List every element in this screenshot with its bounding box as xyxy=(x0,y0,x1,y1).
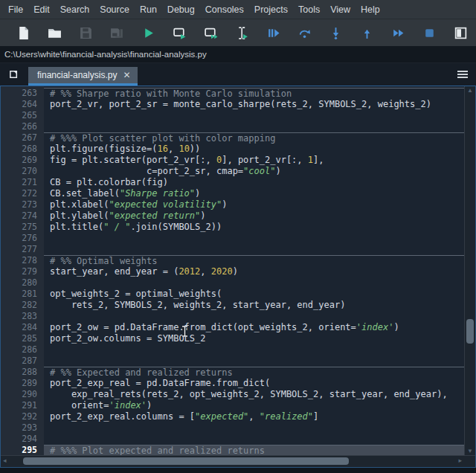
code-line-281[interactable]: opt_weights_2 = optimal_weights( xyxy=(44,289,464,300)
code-line-264[interactable]: port_2_vr, port_2_sr = monte_carlo_sharp… xyxy=(44,99,464,110)
code-line-294[interactable] xyxy=(44,434,464,445)
code-line-268[interactable]: plt.figure(figsize=(16, 10)) xyxy=(44,144,464,155)
code-string: "expected" xyxy=(195,411,248,422)
code-line-288[interactable]: # %% Expected and realized returns xyxy=(44,367,464,378)
line-number: 274 xyxy=(1,210,44,222)
code-text: port_2_ow.columns = SYMBOLS_2 xyxy=(50,333,206,344)
step-return-button[interactable] xyxy=(351,22,382,44)
menu-item-view[interactable]: View xyxy=(325,1,356,18)
code-line-287[interactable] xyxy=(44,355,464,367)
code-line-295[interactable]: # %%% Plot expected and realized returns xyxy=(44,445,464,455)
code-line-293[interactable] xyxy=(44,422,464,434)
code-string: 'index' xyxy=(109,400,147,411)
menu-item-consoles[interactable]: Consoles xyxy=(200,1,249,18)
code-line-280[interactable] xyxy=(44,277,464,289)
line-number: 265 xyxy=(1,110,44,121)
save-all-button[interactable] xyxy=(101,22,132,44)
run-cell-advance-button[interactable] xyxy=(195,22,226,44)
menu-item-file[interactable]: File xyxy=(3,1,28,18)
code-text: )) xyxy=(190,144,200,154)
code-line-290[interactable]: exp_real_rets(rets_2, opt_weights_2, SYM… xyxy=(44,389,464,400)
menu-item-tools[interactable]: Tools xyxy=(293,1,325,18)
code-line-266[interactable] xyxy=(44,121,464,132)
code-text: opt_weights_2 = optimal_weights( xyxy=(50,289,222,299)
code-line-271[interactable]: CB = plt.colorbar(fig) xyxy=(44,177,464,188)
code-text: plt.ylabel( xyxy=(50,210,109,221)
scroll-right-arrow[interactable]: ▸ xyxy=(458,457,462,464)
horizontal-scrollbar[interactable]: ◂ ▸ xyxy=(1,455,475,467)
code-text: ) xyxy=(393,322,399,332)
stop-debug-button[interactable] xyxy=(414,22,445,44)
code-line-284[interactable]: port_2_ow = pd.DataFrame.from_dict(opt_w… xyxy=(44,322,464,333)
run-cell-button[interactable] xyxy=(164,22,195,44)
code-line-274[interactable]: plt.ylabel("expected return") xyxy=(44,210,464,222)
code-text: exp_real_rets(rets_2, opt_weights_2, SYM… xyxy=(50,389,448,399)
line-number: 276 xyxy=(1,233,44,244)
code-line-267[interactable]: # %%% Plot scatter plot with color mappi… xyxy=(44,132,464,144)
code-line-276[interactable] xyxy=(44,233,464,244)
vertical-scrollbar[interactable]: ▲ ▼ xyxy=(464,86,475,455)
code-line-270[interactable]: c=port_2_sr, cmap="cool") xyxy=(44,166,464,177)
code-line-285[interactable]: port_2_ow.columns = SYMBOLS_2 xyxy=(44,333,464,344)
spyder-window: FileEditSearchSourceRunDebugConsolesProj… xyxy=(0,0,476,473)
code-line-265[interactable] xyxy=(44,110,464,121)
horizontal-scrollbar-thumb[interactable] xyxy=(23,457,349,465)
tab-options-menu-button[interactable] xyxy=(457,68,469,82)
code-line-269[interactable]: fig = plt.scatter(port_2_vr[:, 0], port_… xyxy=(44,155,464,166)
menu-item-edit[interactable]: Edit xyxy=(28,1,55,18)
code-line-272[interactable]: CB.set_label("Sharpe ratio") xyxy=(44,188,464,199)
open-file-button[interactable] xyxy=(39,22,70,44)
scroll-down-arrow[interactable]: ▼ xyxy=(465,448,475,454)
line-number: 288 xyxy=(1,367,44,378)
code-line-289[interactable]: port_2_exp_real = pd.DataFrame.from_dict… xyxy=(44,378,464,389)
scroll-left-arrow[interactable]: ◂ xyxy=(3,457,7,464)
code-text: rets_2, SYMBOLS_2, weights_2, start_year… xyxy=(50,300,345,310)
code-number: 10 xyxy=(178,144,189,154)
code-area[interactable]: # %% Sharpe ratio with Monte Carlo simul… xyxy=(44,86,464,455)
code-text: .join(SYMBOLS_2)) xyxy=(130,222,222,232)
code-text: ) xyxy=(195,188,200,199)
line-number: 290 xyxy=(1,389,44,400)
tab-financial-analysis[interactable]: financial-analysis.py ✕ xyxy=(28,67,138,86)
code-line-273[interactable]: plt.xlabel("expected volatility") xyxy=(44,199,464,210)
code-text: ) xyxy=(147,400,152,411)
menu-item-debug[interactable]: Debug xyxy=(162,1,200,18)
code-line-279[interactable]: start_year, end_year = (2012, 2020) xyxy=(44,266,464,277)
line-number: 273 xyxy=(1,199,44,210)
code-line-282[interactable]: rets_2, SYMBOLS_2, weights_2, start_year… xyxy=(44,300,464,311)
code-string: "realized" xyxy=(260,411,313,422)
code-line-263[interactable]: # %% Sharpe ratio with Monte Carlo simul… xyxy=(44,88,464,99)
code-string: "cool" xyxy=(243,166,275,176)
browse-tabs-button[interactable] xyxy=(4,65,24,83)
new-file-button[interactable] xyxy=(7,22,39,44)
menu-item-projects[interactable]: Projects xyxy=(249,1,293,18)
vertical-scrollbar-thumb[interactable] xyxy=(466,319,474,344)
code-text: , xyxy=(168,144,178,154)
tab-close-icon[interactable]: ✕ xyxy=(123,71,130,80)
debug-file-button[interactable] xyxy=(257,22,289,44)
scroll-up-arrow[interactable]: ▲ xyxy=(465,87,475,94)
menu-item-help[interactable]: Help xyxy=(356,1,385,18)
menu-item-search[interactable]: Search xyxy=(55,1,95,18)
code-line-275[interactable]: plt.title(" / ".join(SYMBOLS_2)) xyxy=(44,222,464,233)
line-number: 286 xyxy=(1,344,44,355)
code-line-277[interactable] xyxy=(44,244,464,255)
code-line-283[interactable] xyxy=(44,311,464,322)
maximize-pane-button[interactable] xyxy=(445,22,476,44)
menu-item-run[interactable]: Run xyxy=(135,1,162,18)
code-line-291[interactable]: orient='index') xyxy=(44,400,464,411)
step-over-button[interactable] xyxy=(289,22,320,44)
line-number: 281 xyxy=(1,289,44,300)
code-line-286[interactable] xyxy=(44,344,464,355)
code-text: ) xyxy=(222,199,227,210)
debug-continue-button[interactable] xyxy=(382,22,414,44)
step-into-button[interactable] xyxy=(320,22,351,44)
line-number: 269 xyxy=(1,155,44,166)
run-selection-button[interactable] xyxy=(226,22,257,44)
run-file-button[interactable] xyxy=(132,22,164,44)
save-file-button[interactable] xyxy=(70,22,101,44)
code-line-278[interactable]: # %% Optimal weights xyxy=(44,255,464,266)
code-line-292[interactable]: port_2_exp_real.columns = ["expected", "… xyxy=(44,411,464,422)
menu-item-source[interactable]: Source xyxy=(94,1,135,18)
code-text: orient= xyxy=(50,400,109,411)
